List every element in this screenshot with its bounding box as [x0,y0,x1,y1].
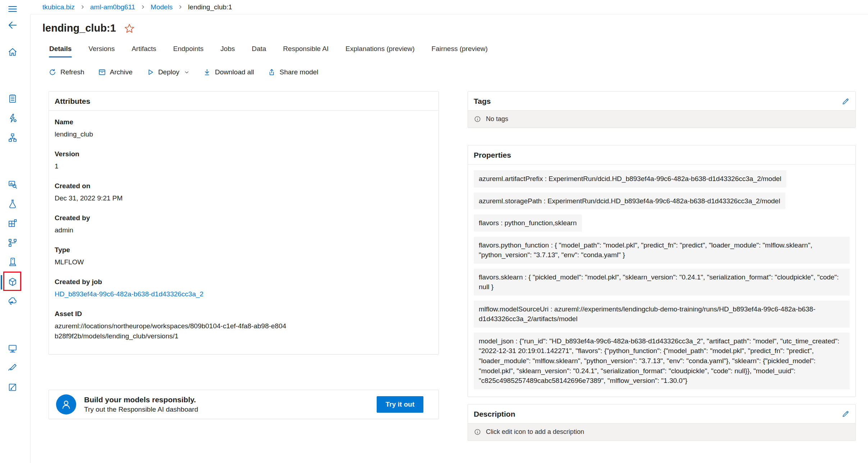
refresh-icon [49,68,56,76]
components-icon [8,218,18,228]
property-chip: flavors.python_function : { "model_path"… [474,237,850,264]
property-chip: model_json : {"run_id": "HD_b893ef4a-99c… [474,333,850,389]
person-avatar-icon [56,394,76,415]
command-bar: Refresh Archive Deploy Download all Shar… [49,68,856,76]
data-labeling-icon [8,382,18,392]
notebooks-icon [8,94,18,104]
tab-versions[interactable]: Versions [88,45,115,57]
attributes-card: Attributes Name lending_club Version 1 C… [49,91,439,355]
property-chip: flavors : python_function,sklearn [474,214,582,232]
try-it-out-button[interactable]: Try it out [377,396,423,413]
breadcrumb: tkubica.biz aml-am0bg611 Models lending_… [31,0,868,14]
no-description-message: Click edit icon to add a description [486,428,584,436]
tab-details[interactable]: Details [49,45,72,57]
responsible-ai-banner: Build your models responsibly. Try out t… [49,390,439,419]
sidebar-item-environments[interactable] [6,256,19,268]
attribute-asset-id: Asset ID azureml://locations/northeurope… [55,309,433,342]
pencil-icon [841,410,850,418]
sidebar-item-endpoints[interactable] [6,295,19,307]
sidebar-item-compute[interactable] [6,342,19,355]
attribute-type: Type MLFLOW [55,245,433,267]
tab-explanations[interactable]: Explanations (preview) [345,45,415,57]
chevron-right-icon [178,5,183,9]
back-button[interactable] [6,19,19,31]
chevron-down-icon [184,70,189,75]
sidebar-item-data-labeling[interactable] [6,381,19,393]
automated-ml-icon [8,113,18,123]
description-card: Description Click edit icon to add a des… [468,404,856,441]
breadcrumb-item-current: lending_club:1 [188,3,232,11]
menu-button[interactable] [6,3,19,15]
breadcrumb-item-models[interactable]: Models [151,3,173,11]
sidebar [0,0,31,463]
sidebar-item-notebooks[interactable] [6,93,19,105]
tab-responsible-ai[interactable]: Responsible AI [283,45,330,57]
breadcrumb-item-directory[interactable]: tkubica.biz [42,3,75,11]
data-icon [8,180,18,190]
properties-title: Properties [474,151,511,159]
job-link[interactable]: HD_b893ef4a-99c6-482a-b638-d1d43326cc3a_… [55,290,203,298]
back-arrow-icon [7,20,18,31]
chevron-right-icon [80,5,85,9]
sidebar-item-home[interactable] [6,46,19,58]
attributes-title: Attributes [55,97,90,106]
star-icon [124,23,135,34]
attribute-created-on: Created on Dec 31, 2022 9:21 PM [55,181,433,203]
sidebar-item-data[interactable] [6,179,19,191]
tab-fairness[interactable]: Fairness (preview) [431,45,488,57]
linked-services-icon [8,363,18,373]
tab-data[interactable]: Data [251,45,267,57]
edit-tags-button[interactable] [841,97,850,106]
banner-subtitle: Try out the Responsible AI dashboard [84,406,377,413]
endpoints-icon [8,296,18,306]
annotation-highlight-box [3,272,21,291]
property-chip: azureml.storagePath : ExperimentRun/dcid… [474,193,785,210]
attribute-version: Version 1 [55,149,433,171]
edit-description-button[interactable] [841,410,850,418]
sidebar-item-components[interactable] [6,217,19,230]
download-icon [203,68,211,76]
deploy-button[interactable]: Deploy [146,68,189,76]
sidebar-item-designer[interactable] [6,131,19,144]
attribute-created-by-job: Created by job HD_b893ef4a-99c6-482a-b63… [55,277,433,299]
no-tags-bar: No tags [468,110,855,128]
share-icon [268,68,276,76]
attribute-name: Name lending_club [55,117,433,139]
attribute-created-by: Created by admin [55,213,433,235]
pencil-icon [841,97,850,106]
tab-bar: Details Versions Artifacts Endpoints Job… [49,45,856,57]
sidebar-item-automated-ml[interactable] [6,112,19,124]
tab-endpoints[interactable]: Endpoints [173,45,205,57]
banner-title: Build your models responsibly. [84,395,377,404]
deploy-play-icon [146,68,154,76]
share-model-button[interactable]: Share model [268,68,318,76]
menu-icon [7,4,18,14]
properties-card: Properties azureml.artifactPrefix : Expe… [468,145,856,397]
pipelines-icon [8,238,18,248]
archive-icon [98,68,106,76]
environments-icon [8,257,18,267]
description-title: Description [474,410,515,418]
home-icon [8,47,18,57]
property-chip: azureml.artifactPrefix : ExperimentRun/d… [474,170,786,187]
breadcrumb-item-workspace[interactable]: aml-am0bg611 [90,3,135,11]
no-description-bar: Click edit icon to add a description [468,423,855,440]
info-icon [474,428,481,436]
refresh-button[interactable]: Refresh [49,68,84,76]
page-title: lending_club:1 [42,22,116,34]
favorite-button[interactable] [124,23,135,34]
tab-artifacts[interactable]: Artifacts [131,45,157,57]
tab-jobs[interactable]: Jobs [220,45,235,57]
selected-item-indicator [1,275,2,290]
sidebar-item-linked-services[interactable] [6,362,19,374]
download-all-button[interactable]: Download all [203,68,254,76]
sidebar-item-jobs[interactable] [6,198,19,210]
property-chip: flavors.sklearn : { "pickled_model": "mo… [474,269,850,296]
designer-icon [8,133,18,143]
tags-card: Tags No tags [468,91,856,128]
property-chip: mlflow.modelSourceUri : azureml://experi… [474,301,850,328]
archive-button[interactable]: Archive [98,68,133,76]
jobs-icon [8,199,18,209]
chevron-right-icon [141,5,145,9]
sidebar-item-pipelines[interactable] [6,237,19,249]
